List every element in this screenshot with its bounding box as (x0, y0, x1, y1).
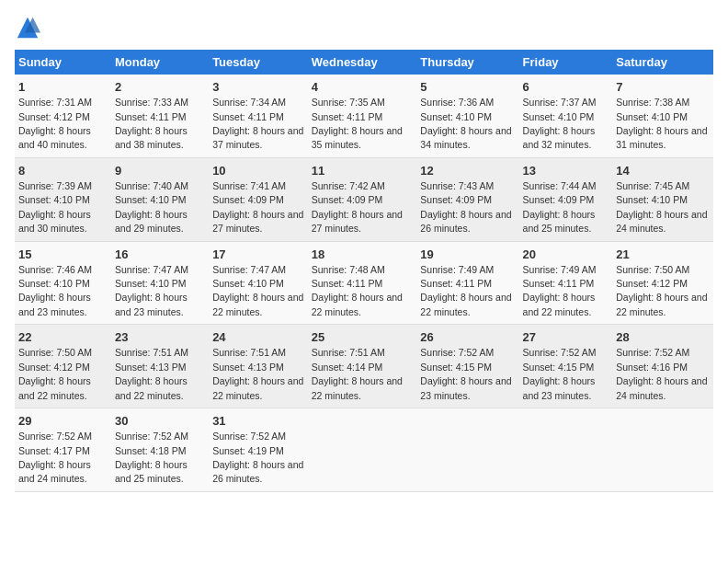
sunset-info: Sunset: 4:12 PM (18, 111, 90, 122)
calendar-cell: 2 Sunrise: 7:33 AM Sunset: 4:11 PM Dayli… (111, 75, 209, 157)
week-row: 29 Sunrise: 7:52 AM Sunset: 4:17 PM Dayl… (15, 408, 713, 492)
sunset-info: Sunset: 4:10 PM (420, 111, 492, 122)
calendar-cell: 25 Sunrise: 7:51 AM Sunset: 4:14 PM Dayl… (308, 325, 417, 408)
calendar-cell: 14 Sunrise: 7:45 AM Sunset: 4:10 PM Dayl… (612, 157, 713, 241)
calendar-cell: 5 Sunrise: 7:36 AM Sunset: 4:10 PM Dayli… (416, 75, 518, 157)
sunrise-info: Sunrise: 7:52 AM (115, 431, 188, 442)
day-number: 22 (18, 329, 108, 346)
sunset-info: Sunset: 4:12 PM (616, 278, 688, 289)
daylight-info: Daylight: 8 hours and 23 minutes. (18, 292, 91, 316)
day-number: 5 (420, 79, 515, 96)
sunrise-info: Sunrise: 7:36 AM (420, 97, 494, 108)
calendar-cell: 11 Sunrise: 7:42 AM Sunset: 4:09 PM Dayl… (308, 157, 417, 241)
daylight-info: Daylight: 8 hours and 38 minutes. (115, 125, 188, 150)
daylight-info: Daylight: 8 hours and 23 minutes. (523, 375, 596, 400)
day-number: 2 (115, 79, 205, 96)
day-number: 17 (212, 247, 304, 263)
sunrise-info: Sunrise: 7:38 AM (616, 97, 689, 108)
calendar-cell: 6 Sunrise: 7:37 AM Sunset: 4:10 PM Dayli… (519, 75, 613, 157)
daylight-info: Daylight: 8 hours and 22 minutes. (312, 375, 403, 400)
day-number: 24 (212, 329, 304, 346)
sunrise-info: Sunrise: 7:50 AM (616, 264, 689, 275)
day-number: 1 (18, 79, 108, 96)
day-number: 29 (18, 413, 108, 430)
sunset-info: Sunset: 4:10 PM (115, 194, 187, 205)
day-number: 7 (616, 79, 710, 96)
daylight-info: Daylight: 8 hours and 31 minutes. (616, 125, 707, 150)
calendar-cell: 9 Sunrise: 7:40 AM Sunset: 4:10 PM Dayli… (111, 157, 209, 241)
daylight-info: Daylight: 8 hours and 37 minutes. (212, 125, 303, 150)
day-number: 12 (420, 163, 515, 179)
sunrise-info: Sunrise: 7:37 AM (523, 97, 597, 108)
day-number: 25 (312, 329, 414, 346)
sunset-info: Sunset: 4:10 PM (115, 278, 187, 289)
sunrise-info: Sunrise: 7:52 AM (523, 347, 597, 358)
header-day-monday: Monday (111, 50, 209, 75)
day-number: 14 (616, 163, 710, 179)
daylight-info: Daylight: 8 hours and 22 minutes. (115, 375, 188, 400)
daylight-info: Daylight: 8 hours and 22 minutes. (312, 292, 403, 316)
sunset-info: Sunset: 4:17 PM (18, 445, 90, 456)
calendar-cell: 13 Sunrise: 7:44 AM Sunset: 4:09 PM Dayl… (519, 157, 613, 241)
daylight-info: Daylight: 8 hours and 24 minutes. (616, 209, 707, 234)
sunset-info: Sunset: 4:10 PM (18, 278, 90, 289)
sunset-info: Sunset: 4:11 PM (115, 111, 187, 122)
calendar-cell: 23 Sunrise: 7:51 AM Sunset: 4:13 PM Dayl… (111, 325, 209, 408)
daylight-info: Daylight: 8 hours and 26 minutes. (212, 459, 303, 484)
calendar-cell: 21 Sunrise: 7:50 AM Sunset: 4:12 PM Dayl… (612, 241, 713, 325)
sunset-info: Sunset: 4:10 PM (616, 111, 688, 122)
sunrise-info: Sunrise: 7:51 AM (212, 347, 286, 358)
calendar-cell: 26 Sunrise: 7:52 AM Sunset: 4:15 PM Dayl… (416, 325, 518, 408)
sunset-info: Sunset: 4:15 PM (420, 362, 492, 373)
day-number: 8 (18, 163, 108, 179)
sunset-info: Sunset: 4:18 PM (115, 445, 187, 456)
day-number: 21 (616, 247, 710, 263)
sunset-info: Sunset: 4:09 PM (312, 194, 383, 205)
logo (15, 15, 44, 40)
sunset-info: Sunset: 4:10 PM (616, 194, 688, 205)
sunrise-info: Sunrise: 7:39 AM (18, 180, 92, 191)
header-day-thursday: Thursday (416, 50, 518, 75)
sunrise-info: Sunrise: 7:35 AM (312, 97, 385, 108)
daylight-info: Daylight: 8 hours and 22 minutes. (523, 292, 596, 316)
week-row: 22 Sunrise: 7:50 AM Sunset: 4:12 PM Dayl… (15, 325, 713, 408)
sunset-info: Sunset: 4:11 PM (312, 111, 383, 122)
sunset-info: Sunset: 4:13 PM (212, 362, 284, 373)
calendar-cell: 15 Sunrise: 7:46 AM Sunset: 4:10 PM Dayl… (15, 241, 111, 325)
sunset-info: Sunset: 4:10 PM (18, 194, 90, 205)
calendar-cell: 18 Sunrise: 7:48 AM Sunset: 4:11 PM Dayl… (308, 241, 417, 325)
sunrise-info: Sunrise: 7:44 AM (523, 180, 597, 191)
week-row: 1 Sunrise: 7:31 AM Sunset: 4:12 PM Dayli… (15, 75, 713, 157)
day-number: 26 (420, 329, 515, 346)
day-number: 13 (523, 163, 609, 179)
header-day-friday: Friday (519, 50, 613, 75)
daylight-info: Daylight: 8 hours and 32 minutes. (523, 125, 596, 150)
day-number: 28 (616, 329, 710, 346)
day-number: 4 (312, 79, 414, 96)
day-number: 19 (420, 247, 515, 263)
sunset-info: Sunset: 4:11 PM (420, 278, 492, 289)
calendar-cell: 19 Sunrise: 7:49 AM Sunset: 4:11 PM Dayl… (416, 241, 518, 325)
daylight-info: Daylight: 8 hours and 34 minutes. (420, 125, 511, 150)
header-row: SundayMondayTuesdayWednesdayThursdayFrid… (15, 50, 713, 75)
sunset-info: Sunset: 4:19 PM (212, 445, 284, 456)
calendar-cell: 4 Sunrise: 7:35 AM Sunset: 4:11 PM Dayli… (308, 75, 417, 157)
calendar-cell: 29 Sunrise: 7:52 AM Sunset: 4:17 PM Dayl… (15, 408, 111, 492)
calendar-cell (519, 408, 613, 492)
page-header (15, 15, 713, 40)
calendar-cell: 17 Sunrise: 7:47 AM Sunset: 4:10 PM Dayl… (209, 241, 308, 325)
week-row: 8 Sunrise: 7:39 AM Sunset: 4:10 PM Dayli… (15, 157, 713, 241)
sunrise-info: Sunrise: 7:52 AM (18, 431, 92, 442)
daylight-info: Daylight: 8 hours and 24 minutes. (616, 375, 707, 400)
header-day-sunday: Sunday (15, 50, 111, 75)
day-number: 31 (212, 413, 304, 430)
calendar-cell: 16 Sunrise: 7:47 AM Sunset: 4:10 PM Dayl… (111, 241, 209, 325)
day-number: 9 (115, 163, 205, 179)
daylight-info: Daylight: 8 hours and 22 minutes. (420, 292, 511, 316)
calendar-cell: 7 Sunrise: 7:38 AM Sunset: 4:10 PM Dayli… (612, 75, 713, 157)
daylight-info: Daylight: 8 hours and 22 minutes. (212, 292, 303, 316)
day-number: 11 (312, 163, 414, 179)
calendar-cell: 28 Sunrise: 7:52 AM Sunset: 4:16 PM Dayl… (612, 325, 713, 408)
daylight-info: Daylight: 8 hours and 27 minutes. (212, 209, 303, 234)
sunset-info: Sunset: 4:11 PM (312, 278, 383, 289)
